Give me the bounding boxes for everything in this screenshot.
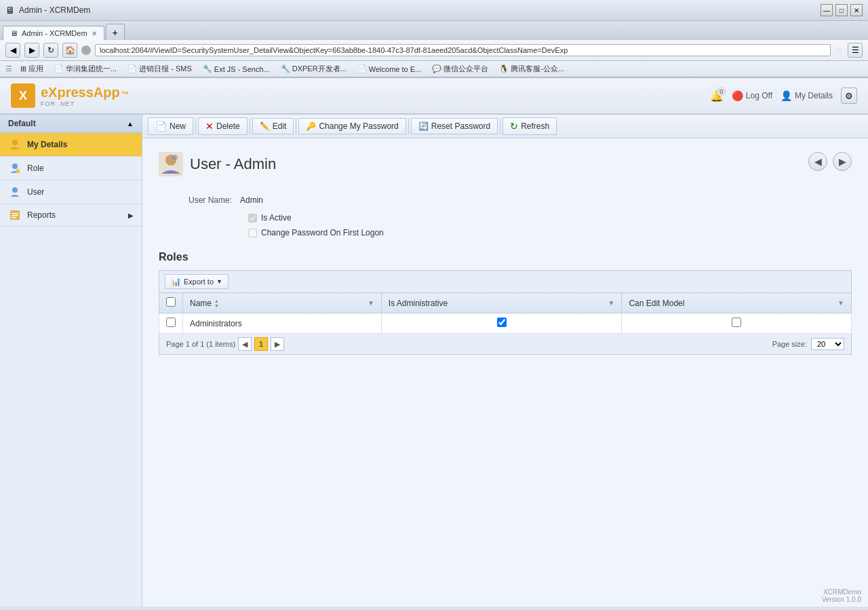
sidebar-section-label: Default	[8, 119, 36, 128]
change-password-checkbox[interactable]	[248, 229, 257, 237]
is-active-row: Is Active	[159, 213, 852, 223]
page-1-button[interactable]: 1	[254, 337, 268, 351]
grid-footer: Page 1 of 1 (1 items) ◀ 1 ▶ Page size: 2…	[159, 334, 852, 355]
svg-rect-7	[12, 217, 16, 218]
select-all-checkbox[interactable]	[166, 297, 176, 307]
edit-icon: ✏️	[260, 121, 270, 131]
toolbar: 📄 New ✕ Delete ✏️ Edit 🔑 Change My Passw…	[142, 115, 868, 138]
delete-button[interactable]: ✕ Delete	[198, 117, 248, 135]
export-button[interactable]: 📊 Export to ▼	[165, 274, 229, 289]
toolbar-separator-3	[296, 118, 296, 134]
app-logo-sub: FOR .NET	[41, 100, 130, 107]
refresh-button[interactable]: ↻ Refresh	[502, 117, 557, 135]
maximize-button[interactable]: □	[835, 4, 848, 16]
next-record-button[interactable]: ▶	[833, 152, 852, 171]
page-size-control: Page size: 20 50 100	[772, 338, 844, 350]
row-is-admin-checkbox[interactable]	[497, 318, 507, 327]
export-icon: 📊	[171, 277, 181, 286]
bookmark-extjs[interactable]: 🔧Ext JS - Sench...	[200, 64, 273, 74]
my-details-button[interactable]: 👤 My Details	[781, 90, 833, 101]
roles-section: Roles 📊 Export to ▼	[159, 251, 852, 355]
page-size-select[interactable]: 20 50 100	[811, 338, 844, 350]
app-logo-text: eXpressApp	[41, 85, 120, 100]
detail-user-avatar	[159, 152, 183, 176]
notification-bell[interactable]: 🔔 0	[710, 90, 724, 102]
forward-button[interactable]: ▶	[24, 43, 39, 58]
svg-rect-6	[12, 215, 18, 216]
bookmark-apps[interactable]: ⊞应用	[18, 63, 46, 75]
username-value: Admin	[240, 195, 263, 205]
row-can-edit-checkbox[interactable]	[732, 318, 741, 327]
bookmark-tencent[interactable]: 🐧腾讯客服-公众...	[496, 63, 567, 75]
sidebar-section-header[interactable]: Default ▲	[0, 115, 142, 133]
sidebar-item-my-details[interactable]: My Details	[0, 133, 142, 157]
sidebar-item-role[interactable]: Role	[0, 157, 142, 180]
username-label: User Name:	[159, 195, 240, 205]
browser-tab[interactable]: 🖥 Admin - XCRMDem ✕	[3, 26, 104, 40]
tab-close-button[interactable]: ✕	[92, 30, 97, 37]
detail-title: User - Admin	[190, 155, 276, 173]
nav-bar: ◀ ▶ ↻ 🏠 localhost:2064/#ViewID=SecurityS…	[0, 40, 868, 61]
pagination: Page 1 of 1 (1 items) ◀ 1 ▶	[166, 337, 284, 351]
home-button[interactable]: 🏠	[62, 43, 77, 58]
bookmark-huarun[interactable]: 📄华润集团统一...	[52, 63, 119, 75]
app-header: X eXpressApp ™ FOR .NET 🔔 0 🔴 Log Off 👤	[0, 78, 868, 115]
bookmark-sms[interactable]: 📄进销日报 - SMS	[125, 63, 195, 75]
toolbar-separator-4	[408, 118, 409, 134]
name-sort-arrows[interactable]: ▲▼	[214, 299, 219, 308]
edit-button[interactable]: ✏️ Edit	[252, 118, 294, 134]
my-details-icon	[8, 138, 22, 151]
prev-record-button[interactable]: ◀	[808, 152, 827, 171]
is-active-label: Is Active	[261, 213, 292, 223]
detail-title-wrap: User - Admin	[159, 152, 276, 176]
select-all-header	[159, 293, 183, 313]
reports-icon	[8, 208, 22, 222]
name-filter-icon[interactable]: ▼	[368, 299, 374, 307]
prev-page-button[interactable]: ◀	[238, 337, 252, 351]
page-size-label: Page size:	[772, 340, 807, 348]
export-dropdown-icon: ▼	[216, 278, 222, 285]
row-is-admin-cell	[381, 313, 622, 334]
close-button[interactable]: ✕	[850, 4, 863, 16]
sidebar-item-reports[interactable]: Reports ▶	[0, 204, 142, 227]
svg-rect-5	[12, 213, 18, 214]
pagination-info: Page 1 of 1 (1 items)	[166, 340, 235, 348]
change-password-icon: 🔑	[306, 121, 316, 131]
is-admin-column-header: Is Administrative ▼	[381, 293, 622, 313]
reload-button[interactable]: ↻	[43, 43, 58, 58]
back-button[interactable]: ◀	[5, 43, 20, 58]
minimize-button[interactable]: —	[821, 4, 833, 16]
sidebar-item-user[interactable]: User	[0, 180, 142, 204]
is-admin-filter-icon[interactable]: ▼	[608, 299, 614, 307]
bookmarks-label: ☰	[5, 64, 12, 73]
can-edit-filter-icon[interactable]: ▼	[837, 299, 844, 307]
toolbar-separator-1	[195, 118, 196, 134]
row-checkbox[interactable]	[166, 318, 176, 327]
sidebar-item-reports-label: Reports	[27, 210, 56, 220]
browser-menu-button[interactable]: ☰	[848, 43, 863, 58]
is-active-checkbox[interactable]	[248, 214, 257, 223]
log-off-button[interactable]: 🔴 Log Off	[732, 90, 772, 101]
can-edit-column-header: Can Edit Model ▼	[622, 293, 852, 313]
reset-password-button[interactable]: 🔄 Reset Password	[411, 118, 498, 134]
change-password-button[interactable]: 🔑 Change My Password	[298, 118, 406, 134]
version-number: Version 1.0.0	[822, 596, 861, 603]
role-icon	[8, 161, 22, 175]
settings-button[interactable]: ⚙	[841, 88, 857, 104]
sidebar-item-my-details-label: My Details	[27, 140, 67, 149]
bookmark-welcome[interactable]: 📄Welcome to E...	[355, 64, 424, 74]
new-button[interactable]: 📄 New	[148, 117, 193, 135]
window-title: Admin - XCRMDem	[19, 5, 816, 15]
sidebar-item-user-label: User	[27, 187, 44, 197]
next-page-button[interactable]: ▶	[271, 337, 284, 351]
address-bar[interactable]: localhost:2064/#ViewID=SecuritySystemUse…	[95, 44, 831, 56]
refresh-icon: ↻	[510, 121, 518, 132]
new-tab-button[interactable]: +	[106, 24, 125, 40]
change-password-label: Change Password On First Logon	[261, 228, 384, 237]
bookmark-wechat[interactable]: 💬微信公众平台	[429, 63, 491, 75]
sidebar: Default ▲ My Details	[0, 115, 142, 607]
bookmark-star-button[interactable]: ☆	[835, 45, 844, 56]
sidebar-collapse-icon: ▲	[127, 120, 134, 128]
bookmark-dxper[interactable]: 🔧DXPER开发者...	[278, 63, 349, 75]
svg-point-0	[12, 140, 18, 145]
